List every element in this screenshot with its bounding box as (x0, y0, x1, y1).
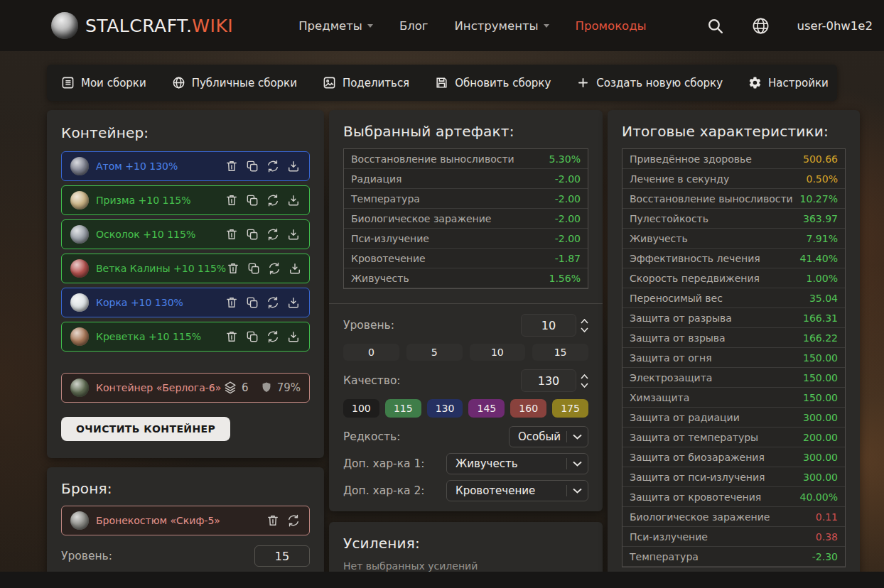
site-logo[interactable]: STALCRAFT.WIKI (51, 12, 233, 39)
armor-item-row[interactable]: Бронекостюм «Скиф-5» (61, 506, 310, 535)
artifact-label: Призма +10 115% (96, 195, 191, 206)
container-artifact-list: Атом +10 130% (61, 151, 310, 352)
stat-value: 5.30% (549, 153, 581, 165)
nav-tools-menu[interactable]: Инструменты (455, 19, 549, 33)
delete-button[interactable] (225, 159, 239, 173)
artifact-row[interactable]: Атом +10 130% (61, 151, 310, 181)
artifact-row[interactable]: Призма +10 115% (61, 185, 310, 215)
quality-presets: 100115130145160175 (343, 399, 588, 418)
copy-button[interactable] (245, 193, 259, 207)
clear-container-button[interactable]: ОЧИСТИТЬ КОНТЕЙНЕР (61, 417, 230, 441)
delete-button[interactable] (225, 295, 239, 310)
public-builds-button[interactable]: Публичные сборки (172, 76, 297, 89)
replace-button[interactable] (267, 261, 281, 276)
selected-artifact-panel: Выбранный артефакт: Восстановление вынос… (329, 110, 603, 511)
armor-level-label: Уровень: (61, 550, 112, 562)
share-button[interactable]: Поделиться (323, 76, 409, 89)
level-input[interactable] (521, 314, 576, 337)
copy-button[interactable] (245, 159, 259, 173)
export-button[interactable] (288, 261, 302, 276)
container-panel: Контейнер: Атом +10 130% (47, 110, 324, 458)
quality-preset-button[interactable]: 115 (385, 399, 421, 418)
artifact-row[interactable]: Креветка +10 115% (61, 322, 310, 352)
stat-value: -2.00 (555, 233, 581, 244)
copy-button[interactable] (247, 261, 261, 276)
quality-input[interactable] (521, 369, 576, 392)
rarity-select[interactable]: Особый (509, 426, 588, 447)
stat-row: Переносимый вес 35.04 (622, 288, 845, 308)
level-increment-button[interactable] (581, 318, 588, 324)
replace-button[interactable] (286, 513, 301, 528)
update-build-button[interactable]: Обновить сборку (435, 76, 551, 89)
settings-button[interactable]: Настройки (748, 76, 829, 89)
copy-button[interactable] (245, 330, 259, 344)
quality-preset-button[interactable]: 130 (427, 399, 463, 418)
trash-icon (266, 513, 280, 528)
level-preset-button[interactable]: 0 (343, 344, 399, 361)
artifact-actions (226, 261, 302, 276)
new-build-button[interactable]: Создать новую сборку (576, 76, 723, 89)
quality-preset-button[interactable]: 100 (343, 399, 379, 418)
export-button[interactable] (286, 227, 301, 241)
stat-label: Пси-излучение (630, 531, 708, 543)
stat-value: 150.00 (803, 352, 838, 364)
artifact-stats-table: Восстановление выносливости 5.30% Радиац… (343, 148, 588, 289)
quality-preset-button[interactable]: 160 (510, 399, 546, 418)
search-icon[interactable] (706, 17, 724, 35)
sync-icon (286, 513, 301, 528)
artifact-row[interactable]: Осколок +10 115% (61, 219, 310, 249)
language-globe-icon[interactable] (751, 16, 770, 36)
nav-promocodes[interactable]: Промокоды (576, 19, 647, 33)
artifact-row[interactable]: Корка +10 130% (61, 288, 310, 317)
container-item-row[interactable]: Контейнер «Берлога-6» 6 79% (61, 373, 310, 403)
quality-preset-button[interactable]: 145 (468, 399, 505, 418)
level-decrement-button[interactable] (581, 327, 588, 332)
copy-button[interactable] (245, 227, 259, 241)
sync-icon (266, 227, 280, 241)
artifact-row[interactable]: Ветка Калины +10 115% (61, 254, 310, 283)
stat-row: Восстановление выносливости 10.27% (622, 189, 845, 209)
stat-row: Пулестойкость 363.97 (622, 209, 845, 229)
nav-items-menu[interactable]: Предметы (298, 19, 373, 33)
layers-icon (222, 380, 238, 396)
extra-stat-1-select[interactable]: Живучесть (446, 453, 588, 474)
builds-toolbar: Мои сборки Публичные сборки Поделиться О… (47, 65, 837, 101)
stat-value: 35.04 (809, 293, 838, 304)
export-button[interactable] (286, 295, 301, 310)
export-button[interactable] (286, 159, 301, 173)
nav-blog[interactable]: Блог (399, 19, 428, 33)
username[interactable]: user-0hw1e2 (797, 19, 873, 33)
stat-value: 300.00 (803, 412, 838, 423)
level-presets: 051015 (343, 344, 588, 361)
main-nav: Предметы Блог Инструменты Промокоды (298, 19, 646, 33)
level-preset-button[interactable]: 10 (470, 344, 526, 361)
delete-button[interactable] (225, 227, 239, 241)
my-builds-button[interactable]: Мои сборки (61, 76, 146, 89)
delete-button[interactable] (226, 261, 240, 276)
totals-stats-table: Приведённое здоровье 500.66 Лечение в се… (622, 148, 846, 567)
level-preset-button[interactable]: 15 (532, 344, 588, 361)
armor-level-input[interactable] (254, 545, 310, 567)
replace-button[interactable] (266, 227, 280, 241)
extra-stat-2-select[interactable]: Кровотечение (446, 480, 588, 501)
delete-button[interactable] (225, 330, 239, 344)
export-button[interactable] (286, 193, 301, 207)
stat-row: Защита от пси-излучения 300.00 (622, 467, 845, 487)
delete-button[interactable] (266, 513, 280, 528)
artifact-actions (225, 330, 301, 344)
quality-preset-button[interactable]: 175 (552, 399, 588, 418)
replace-button[interactable] (266, 295, 280, 310)
level-preset-button[interactable]: 5 (406, 344, 463, 361)
stat-label: Температура (351, 193, 420, 205)
quality-decrement-button[interactable] (581, 382, 588, 388)
export-button[interactable] (286, 330, 301, 344)
replace-button[interactable] (266, 330, 280, 344)
replace-button[interactable] (266, 159, 280, 173)
stat-row: Температура -2.00 (344, 189, 588, 209)
copy-button[interactable] (245, 295, 259, 310)
delete-button[interactable] (225, 193, 239, 207)
quality-increment-button[interactable] (581, 374, 588, 379)
stat-row: Электрозащита 150.00 (622, 368, 845, 388)
stat-label: Восстановление выносливости (351, 153, 514, 165)
replace-button[interactable] (266, 193, 280, 207)
